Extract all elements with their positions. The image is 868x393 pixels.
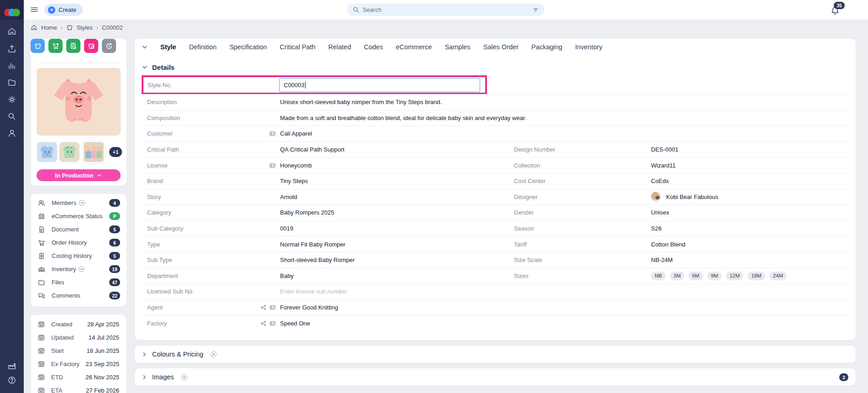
contact-card-icon[interactable] (270, 162, 275, 168)
tabs-chevron-icon[interactable] (142, 44, 148, 50)
style-action-button[interactable] (31, 39, 45, 53)
notifications-button[interactable]: 35 (830, 4, 844, 17)
add-colour-icon[interactable]: + (211, 351, 217, 357)
share-icon[interactable] (260, 304, 266, 310)
inventory-count-badge: 19 (109, 265, 120, 273)
breadcrumb-home[interactable]: Home (41, 24, 57, 31)
licensed-sub-no-input[interactable]: Enter license sub number (280, 288, 849, 295)
costing-history-row[interactable]: Costing History 5 (31, 249, 127, 262)
colours-chevron-icon[interactable] (142, 351, 148, 357)
search-nav-icon[interactable] (7, 112, 16, 121)
calendar-icon (38, 374, 45, 381)
factory-value[interactable]: Speed One (280, 320, 849, 327)
upload-icon[interactable] (7, 44, 16, 53)
thumbnail-blue-romper[interactable] (37, 142, 57, 162)
add-order-button[interactable] (48, 39, 63, 53)
document-row[interactable]: Document 5 (31, 223, 127, 236)
copy-style-button[interactable] (66, 39, 80, 53)
tab-sales-order[interactable]: Sales Order (483, 43, 519, 51)
agent-value[interactable]: Forever Good Knitting (280, 304, 849, 311)
product-image[interactable] (37, 68, 121, 136)
contact-card-icon[interactable] (270, 320, 275, 326)
thumbnail-green-romper[interactable] (59, 142, 79, 162)
colours-pricing-header[interactable]: Colours & Pricing + (142, 346, 217, 363)
details-chevron-icon[interactable] (142, 64, 148, 70)
composition-value[interactable]: Made from a soft and breathable cotton b… (280, 115, 849, 121)
description-value[interactable]: Unisex short-sleeved baby romper from th… (280, 99, 849, 105)
add-image-icon[interactable]: + (181, 374, 187, 380)
category-value[interactable]: Baby Rompers 2025 (280, 209, 487, 216)
app-logo[interactable] (0, 0, 24, 20)
contact-card-icon[interactable] (270, 304, 275, 310)
design-number-value[interactable]: DES-0001 (651, 146, 849, 153)
contact-card-icon[interactable] (270, 131, 275, 136)
tab-ecommerce[interactable]: eCommerce (396, 43, 432, 51)
collection-label: Collection (487, 162, 651, 169)
customer-value[interactable]: Cali Apparel (280, 130, 849, 137)
tariff-value[interactable]: Cotton Blend (651, 241, 849, 248)
department-value[interactable]: Baby (280, 272, 487, 279)
factory-icon[interactable] (7, 362, 16, 371)
order-history-row[interactable]: Order History 6 (31, 236, 127, 249)
home-crumb-icon[interactable] (31, 24, 37, 31)
ex-factory-date-row: Ex Factory 23 Sep 2025 (31, 357, 127, 371)
status-button[interactable]: In Production (37, 169, 121, 181)
season-value[interactable]: S26 (651, 225, 849, 232)
sub-type-value[interactable]: Short-sleeved Baby Romper (280, 257, 487, 263)
tab-packaging[interactable]: Packaging (531, 43, 562, 51)
filter-icon[interactable] (532, 6, 539, 13)
home-icon[interactable] (7, 27, 16, 36)
settings-icon[interactable] (7, 95, 16, 104)
inventory-row[interactable]: Inventory + 19 (31, 262, 127, 276)
tab-inventory[interactable]: Inventory (575, 43, 603, 51)
customer-row: Customer Cali Apparel (142, 126, 849, 142)
gender-value[interactable]: Unisex (651, 209, 849, 216)
tab-style[interactable]: Style (160, 43, 176, 51)
ecommerce-status-row[interactable]: eCommerce Status P (31, 210, 127, 223)
menu-icon[interactable] (30, 6, 38, 13)
tab-samples[interactable]: Samples (445, 43, 470, 51)
tab-specification[interactable]: Specification (229, 43, 267, 51)
start-value: 18 Jun 2025 (86, 347, 119, 354)
styles-crumb-icon[interactable] (66, 24, 73, 31)
brand-value[interactable]: Tiny Steps (280, 178, 487, 184)
breadcrumb-styles[interactable]: Styles (77, 24, 93, 31)
files-row[interactable]: Files 47 (31, 276, 127, 289)
document-icon (38, 226, 45, 233)
create-button[interactable]: + Create (44, 4, 83, 16)
tab-codes[interactable]: Codes (364, 43, 383, 51)
chart-icon[interactable] (7, 61, 16, 70)
comments-row[interactable]: Comments 22 (31, 289, 127, 302)
more-photos-badge[interactable]: +1 (109, 147, 122, 157)
images-chevron-icon[interactable] (142, 374, 148, 380)
cost-center-value[interactable]: CoEdx (651, 178, 849, 184)
collection-value[interactable]: Wizard11 (651, 162, 849, 169)
story-value[interactable]: Arnold (280, 194, 487, 200)
license-value[interactable]: Honeycomb (280, 162, 487, 169)
critical-path-value[interactable]: QA Critical Path Support (280, 146, 487, 153)
sub-category-value[interactable]: 0019 (280, 225, 487, 232)
details-title: Details (152, 63, 175, 71)
tab-critical-path[interactable]: Critical Path (280, 43, 315, 51)
help-icon[interactable] (7, 376, 16, 385)
images-header[interactable]: Images + (142, 368, 187, 386)
user-icon[interactable] (7, 129, 16, 138)
members-row[interactable]: Members + 4 (31, 196, 127, 210)
tab-definition[interactable]: Definition (189, 43, 217, 51)
add-inventory-icon[interactable]: + (79, 266, 85, 272)
style-no-input[interactable]: C00003 (279, 78, 480, 92)
search-input[interactable] (363, 6, 529, 13)
style-status-button[interactable] (84, 39, 98, 53)
details-header[interactable]: Details (142, 63, 175, 71)
tab-related[interactable]: Related (328, 43, 351, 51)
folder-icon[interactable] (7, 78, 16, 87)
licensed-sub-no-label: Licensed Sub No. (142, 288, 254, 295)
designer-value[interactable]: Kobi Bear Fabulous (651, 192, 849, 202)
story-label: Story (142, 194, 254, 200)
size-scale-value[interactable]: NB-24M (651, 257, 849, 263)
share-icon[interactable] (260, 320, 266, 326)
thumbnail-babies-photo[interactable] (82, 140, 106, 164)
history-button[interactable] (102, 39, 116, 53)
type-value[interactable]: Normal Fit Baby Romper (280, 241, 487, 248)
add-member-icon[interactable]: + (79, 200, 85, 206)
